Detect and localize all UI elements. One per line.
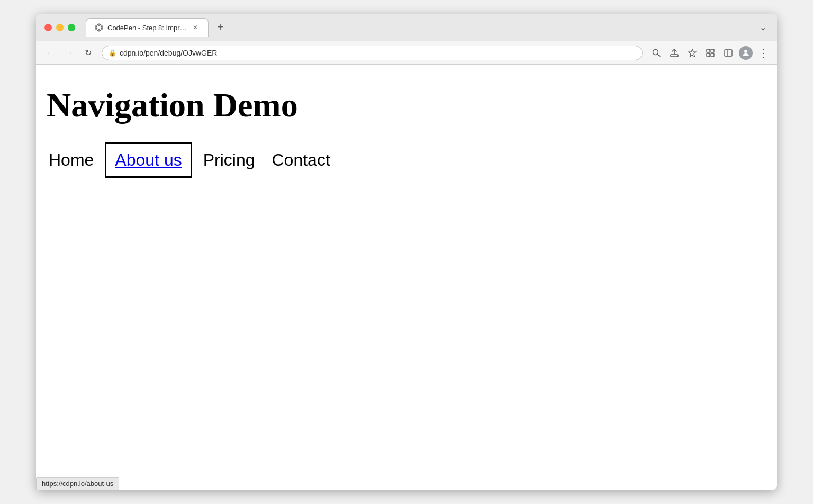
tab-dropdown-button[interactable]: ⌄: [757, 20, 769, 34]
forward-button[interactable]: →: [61, 46, 76, 60]
nav-link-home[interactable]: Home: [47, 146, 96, 174]
status-bar: https://cdpn.io/about-us: [36, 477, 119, 490]
svg-rect-13: [711, 49, 714, 52]
search-button[interactable]: [649, 46, 664, 60]
svg-line-9: [658, 54, 661, 57]
new-tab-button[interactable]: +: [213, 20, 228, 35]
profile-button[interactable]: [739, 46, 753, 60]
minimize-button[interactable]: [56, 24, 64, 31]
svg-marker-11: [689, 49, 696, 57]
svg-rect-10: [671, 55, 678, 57]
svg-point-18: [744, 50, 747, 53]
nav-bar: ← → ↻ 🔒 cdpn.io/pen/debug/OJvwGER: [36, 41, 777, 65]
codepen-icon: [95, 23, 103, 32]
active-tab[interactable]: CodePen - Step 8: Improve foc ✕: [86, 18, 209, 37]
nav-link-pricing[interactable]: Pricing: [201, 146, 257, 174]
reload-button[interactable]: ↻: [80, 46, 95, 60]
lock-icon: 🔒: [109, 49, 116, 57]
svg-rect-16: [725, 50, 732, 56]
nav-link-about[interactable]: About us: [109, 146, 188, 174]
main-navigation: Home About us Pricing Contact: [47, 146, 766, 174]
extensions-button[interactable]: [703, 46, 718, 60]
svg-rect-14: [707, 53, 710, 57]
traffic-lights: [44, 24, 75, 31]
page-content: Navigation Demo Home About us Pricing Co…: [36, 65, 777, 490]
tab-title: CodePen - Step 8: Improve foc: [107, 24, 187, 32]
address-text: cdpn.io/pen/debug/OJvwGER: [120, 49, 636, 57]
close-button[interactable]: [44, 24, 52, 31]
svg-rect-12: [707, 49, 710, 52]
nav-link-contact[interactable]: Contact: [269, 146, 332, 174]
page-title: Navigation Demo: [47, 86, 766, 125]
svg-rect-15: [711, 53, 714, 57]
bookmark-button[interactable]: [685, 46, 700, 60]
tab-bar: CodePen - Step 8: Improve foc ✕ + ⌄: [86, 18, 769, 37]
title-bar: CodePen - Step 8: Improve foc ✕ + ⌄: [36, 14, 777, 41]
back-button[interactable]: ←: [42, 46, 57, 60]
sidebar-button[interactable]: [721, 46, 736, 60]
maximize-button[interactable]: [68, 24, 75, 31]
tab-close-button[interactable]: ✕: [191, 23, 200, 32]
more-button[interactable]: ⋮: [756, 46, 771, 60]
share-button[interactable]: [667, 46, 682, 60]
nav-actions: ⋮: [649, 46, 771, 60]
address-bar[interactable]: 🔒 cdpn.io/pen/debug/OJvwGER: [102, 46, 643, 60]
browser-window: CodePen - Step 8: Improve foc ✕ + ⌄ ← → …: [36, 14, 777, 490]
svg-marker-1: [97, 25, 101, 30]
